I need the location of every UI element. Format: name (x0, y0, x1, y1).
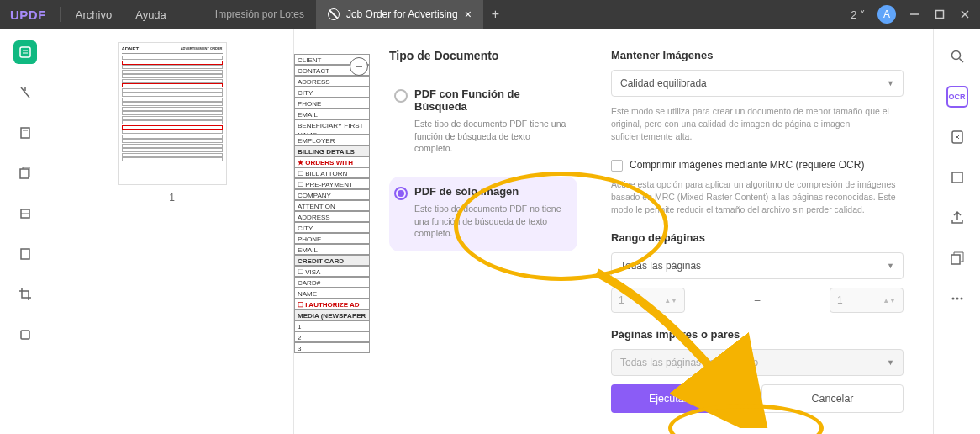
app-logo: UPDF (0, 8, 56, 22)
crop-icon[interactable] (13, 283, 37, 306)
menu-file[interactable]: Archivo (64, 8, 124, 21)
svg-rect-12 (21, 249, 29, 259)
tools-icon[interactable] (13, 202, 37, 225)
left-sidebar (0, 29, 50, 434)
odd-even-select[interactable]: Todas las páginas del intervalo ▼ (611, 349, 904, 376)
svg-line-16 (959, 59, 963, 63)
svg-point-21 (956, 298, 958, 300)
separator (60, 7, 61, 22)
page-range-title: Rango de páginas (611, 231, 904, 244)
cancel-button[interactable]: Cancelar (761, 384, 904, 413)
search-icon[interactable] (946, 45, 968, 67)
svg-rect-1 (936, 11, 944, 19)
checkbox-icon (611, 160, 623, 172)
collapse-button[interactable] (350, 57, 368, 76)
content-area: CLIENT CONTACT ADDRESS CITY PHONE EMAIL … (294, 29, 933, 434)
right-sidebar: OCR (933, 29, 980, 434)
batch-icon[interactable] (946, 247, 968, 269)
page-range-select[interactable]: Todas las páginas ▼ (611, 252, 904, 279)
tab-batch-print[interactable]: Impresión por Lotes (203, 0, 316, 29)
more-icon[interactable] (946, 288, 968, 310)
range-inputs: 1▲▼ – 1▲▼ (611, 288, 904, 313)
range-dash: – (755, 294, 761, 306)
share-icon[interactable] (946, 207, 968, 229)
menu-help[interactable]: Ayuda (124, 8, 178, 21)
caret-icon: ▼ (887, 79, 894, 87)
reader-icon[interactable] (13, 40, 37, 64)
range-from-input[interactable]: 1▲▼ (611, 288, 685, 313)
option-searchable-pdf[interactable]: PDF con Función de Búsqueda Este tipo de… (389, 79, 577, 167)
tabs: Impresión por Lotes Job Order for Advert… (203, 0, 508, 29)
close-window-icon[interactable] (958, 8, 972, 21)
page-thumbnail[interactable]: ADNET ADVERTISEMENT ORDER (118, 42, 227, 185)
document-preview: CLIENT CONTACT ADDRESS CITY PHONE EMAIL … (294, 54, 370, 434)
tab-job-order[interactable]: Job Order for Advertising × (316, 0, 483, 29)
document-icon (328, 8, 340, 20)
quality-select[interactable]: Calidad equilibrada ▼ (611, 70, 904, 97)
comment-icon[interactable] (13, 81, 37, 104)
svg-point-22 (960, 298, 962, 300)
button-row: Ejecutar OCR Cancelar (611, 384, 904, 413)
range-to-input[interactable]: 1▲▼ (830, 288, 904, 313)
odd-even-title: Páginas impares o pares (611, 328, 904, 341)
run-ocr-button[interactable]: Ejecutar OCR (611, 384, 751, 413)
panel-right: Mantener Imágenes Calidad equilibrada ▼ … (593, 29, 922, 434)
svg-rect-4 (20, 47, 30, 57)
caret-icon: ▼ (887, 358, 894, 367)
option-image-only-pdf[interactable]: PDF de sólo imagen Este tipo de document… (389, 177, 577, 251)
edit-icon[interactable] (13, 121, 37, 145)
panel-left: Tipo de Documento PDF con Función de Bús… (374, 29, 593, 434)
ocr-panel: Tipo de Documento PDF con Función de Bús… (374, 29, 922, 434)
svg-rect-18 (952, 172, 962, 183)
compress-icon[interactable] (946, 167, 968, 188)
mrc-checkbox-row[interactable]: Comprimir imágenes mediante MRC (requier… (611, 159, 904, 172)
add-tab-button[interactable]: + (483, 7, 508, 22)
svg-rect-9 (20, 169, 29, 178)
tab-count[interactable]: 2 ˅ (851, 8, 866, 21)
svg-rect-13 (21, 331, 29, 339)
radio-icon (394, 187, 408, 200)
svg-point-15 (951, 51, 960, 60)
titlebar-right: 2 ˅ A (851, 5, 980, 24)
organize-icon[interactable] (13, 161, 37, 185)
svg-rect-19 (951, 255, 960, 264)
convert-icon[interactable] (946, 126, 968, 148)
mrc-desc: Active esta opción para aplicar un algor… (611, 178, 904, 217)
forms-icon[interactable] (13, 242, 37, 266)
caret-icon: ▼ (887, 262, 894, 270)
keep-images-title: Mantener Imágenes (611, 49, 904, 61)
maximize-icon[interactable] (933, 8, 946, 21)
ocr-button[interactable]: OCR (946, 86, 968, 108)
radio-icon (394, 89, 408, 103)
thumbnail-panel: ADNET ADVERTISEMENT ORDER 1 (50, 29, 294, 434)
quality-desc: Este modo se utiliza para crear un docum… (611, 105, 904, 144)
doc-type-title: Tipo de Documento (389, 49, 577, 62)
svg-rect-7 (21, 128, 29, 138)
page-number: 1 (64, 192, 280, 204)
close-icon[interactable]: × (465, 8, 472, 21)
svg-point-20 (951, 298, 954, 300)
minimize-icon[interactable] (908, 8, 921, 21)
avatar[interactable]: A (877, 5, 896, 24)
titlebar: UPDF Archivo Ayuda Impresión por Lotes J… (0, 0, 980, 29)
protect-icon[interactable] (13, 323, 37, 347)
